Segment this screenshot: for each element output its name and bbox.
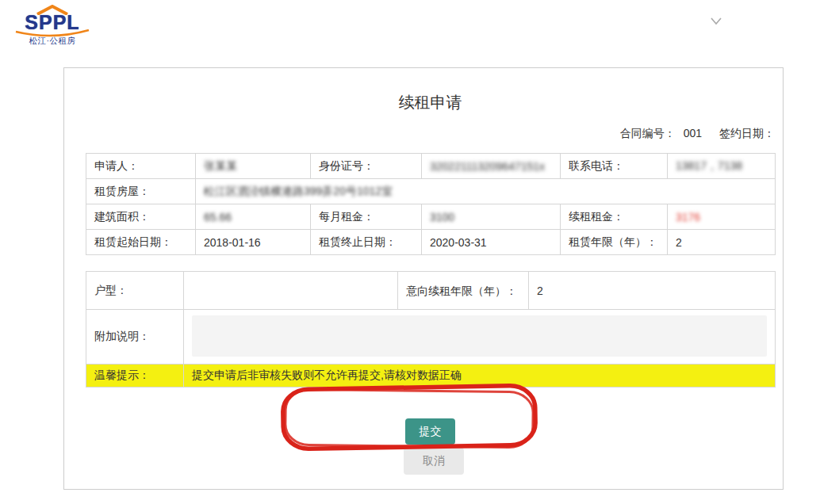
renewal-rent-label: 续租租金：: [561, 204, 668, 230]
remark-input[interactable]: [192, 315, 767, 357]
monthly-rent-value: 3100: [422, 204, 561, 230]
table-row: 附加说明：: [86, 310, 776, 365]
contract-no-value: 001: [684, 127, 702, 139]
unit-type-value: [184, 272, 398, 310]
renewal-form-table: 户型： 意向续租年限（年）： 2 附加说明： 温馨提示： 提交申请后非审核失败则…: [86, 271, 776, 388]
table-row: 温馨提示： 提交申请后非审核失败则不允许再提交,请核对数据正确: [86, 365, 776, 388]
term-value: 2: [668, 230, 776, 255]
submit-button[interactable]: 提交: [405, 418, 455, 445]
table-row: 建筑面积： 65.66 每月租金： 3100 续租租金： 3176: [86, 204, 776, 230]
table-row: 租赁房屋： 松江区泗泾镇横港路399弄20号1012室: [86, 179, 776, 204]
lease-info-table: 申请人： 张某某 身份证号： 320221113209647151x 联系电话：…: [86, 153, 776, 255]
remark-label: 附加说明：: [86, 310, 184, 365]
sign-date-label: 签约日期：: [719, 127, 775, 139]
term-label: 租赁年限（年）：: [561, 230, 668, 255]
table-row: 申请人： 张某某 身份证号： 320221113209647151x 联系电话：…: [86, 154, 776, 179]
house-label: 租赁房屋：: [86, 179, 196, 204]
end-date-label: 租赁终止日期：: [311, 230, 422, 255]
phone-label: 联系电话：: [561, 154, 668, 179]
tip-text: 提交申请后非审核失败则不允许再提交,请核对数据正确: [184, 365, 776, 388]
house-value: 松江区泗泾镇横港路399弄20号1012室: [196, 179, 776, 204]
logo-subtitle: 松江·公租房: [13, 36, 92, 47]
cancel-button[interactable]: 取消: [404, 448, 464, 475]
intent-years-value: 2: [529, 272, 776, 310]
applicant-label: 申请人：: [86, 154, 196, 179]
renewal-application-panel: 续租申请 合同编号：001签约日期： 申请人： 张某某 身份证号： 320221…: [63, 67, 784, 490]
chevron-down-icon[interactable]: [709, 16, 723, 27]
sppl-logo[interactable]: SPPL 松江·公租房: [13, 5, 92, 47]
contract-no-label: 合同编号：: [620, 127, 676, 139]
id-number-value: 320221113209647151x: [422, 154, 561, 179]
start-date-label: 租赁起始日期：: [86, 230, 196, 255]
contract-info-line: 合同编号：001签约日期：: [86, 127, 775, 141]
logo-brand-text: SPPL: [13, 13, 92, 31]
area-label: 建筑面积：: [86, 204, 196, 230]
start-date-value: 2018-01-16: [196, 230, 311, 255]
applicant-value: 张某某: [196, 154, 311, 179]
end-date-value: 2020-03-31: [422, 230, 561, 255]
intent-years-label: 意向续租年限（年）：: [398, 272, 529, 310]
unit-type-label: 户型：: [86, 272, 184, 310]
phone-value: 13817，7138: [668, 154, 776, 179]
renewal-rent-value: 3176: [668, 204, 776, 230]
id-number-label: 身份证号：: [311, 154, 422, 179]
page: SPPL 松江·公租房 续租申请 合同编号：001签约日期： 申请人： 张某某 …: [0, 0, 820, 504]
monthly-rent-label: 每月租金：: [311, 204, 422, 230]
page-title: 续租申请: [86, 92, 775, 113]
table-row: 租赁起始日期： 2018-01-16 租赁终止日期： 2020-03-31 租赁…: [86, 230, 776, 255]
table-row: 户型： 意向续租年限（年）： 2: [86, 272, 776, 310]
tip-label: 温馨提示：: [86, 365, 184, 388]
area-value: 65.66: [196, 204, 311, 230]
